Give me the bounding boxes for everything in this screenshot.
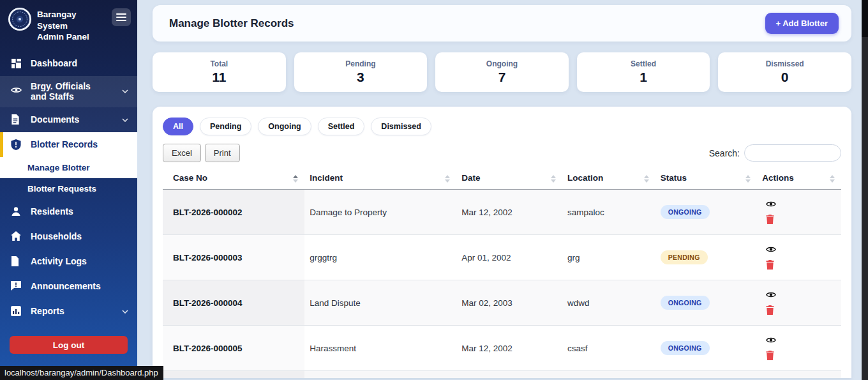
delete-button[interactable]: [766, 305, 774, 315]
main-content: Manage Blotter Records + Add Blotter Tot…: [137, 0, 868, 380]
view-button[interactable]: [766, 291, 776, 298]
filter-tab-dismissed[interactable]: Dismissed: [371, 118, 431, 135]
cell-case-no: BLT-2026-000004: [163, 280, 304, 326]
stat-card-ongoing: Ongoing 7: [435, 52, 569, 92]
cell-incident: Damage to Property: [304, 190, 456, 235]
column-header-location[interactable]: Location: [562, 168, 655, 190]
column-header-incident[interactable]: Incident: [304, 168, 456, 190]
sidebar-item-blotter-records[interactable]: Blotter Records: [0, 132, 137, 157]
stats-row: Total 11 Pending 3 Ongoing 7 Settled 1 D…: [153, 52, 851, 92]
cell-date: Mar 12, 2002: [456, 326, 562, 371]
stat-value: 1: [640, 70, 647, 85]
grid-icon: [11, 58, 22, 69]
eye-icon: [766, 201, 776, 208]
cell-date: Apr 01, 2002: [456, 235, 562, 280]
chevron-down-icon: [122, 89, 128, 93]
sidebar-subitem-manage-blotter[interactable]: Manage Blotter: [0, 157, 137, 178]
cell-incident: Land Dispute: [304, 280, 456, 326]
view-button[interactable]: [766, 201, 776, 208]
excel-export-button[interactable]: Excel: [163, 144, 201, 162]
search-label: Search:: [709, 148, 740, 158]
hamburger-menu-button[interactable]: [112, 8, 131, 26]
stat-label: Settled: [631, 59, 656, 68]
filter-tab-settled[interactable]: Settled: [318, 118, 365, 135]
filter-tab-pending[interactable]: Pending: [200, 118, 251, 135]
chat-icon: [11, 281, 22, 292]
app-title-line2: Admin Panel: [37, 31, 107, 43]
sidebar-item-documents[interactable]: Documents: [0, 107, 137, 132]
eye-icon: [766, 337, 776, 344]
stat-label: Ongoing: [486, 59, 518, 68]
blotter-table-card: All Pending Ongoing Settled Dismissed Ex…: [153, 107, 851, 378]
sidebar-item-brgy-officials[interactable]: Brgy. Officials and Staffs: [0, 76, 137, 108]
stat-value: 11: [212, 70, 226, 85]
column-header-case-no[interactable]: Case No: [163, 168, 304, 190]
eye-icon: [11, 86, 22, 97]
filter-tab-ongoing[interactable]: Ongoing: [258, 118, 311, 135]
filter-tab-all[interactable]: All: [163, 118, 193, 135]
sidebar-subitem-blotter-requests[interactable]: Blotter Requests: [0, 178, 137, 199]
stat-card-pending: Pending 3: [294, 52, 428, 92]
stat-label: Pending: [345, 59, 375, 68]
sidebar-item-announcements[interactable]: Announcements: [0, 274, 137, 299]
delete-button[interactable]: [766, 215, 774, 224]
sidebar-menu: Dashboard Brgy. Officials and Staffs Doc…: [0, 51, 137, 354]
cell-incident: Harassment: [304, 326, 456, 371]
sidebar-header: Barangay System Admin Panel: [0, 0, 137, 51]
cell-status: ONGOING: [655, 190, 757, 235]
app-title-line1: Barangay System: [37, 9, 107, 31]
status-badge: ONGOING: [661, 296, 710, 310]
person-icon: [11, 206, 22, 217]
stat-card-settled: Settled 1: [577, 52, 710, 92]
vertical-scrollbar[interactable]: [862, 0, 868, 380]
column-header-actions[interactable]: Actions: [757, 168, 841, 190]
shield-exclamation-icon: [11, 139, 22, 150]
table-tools: Excel Print Search:: [163, 144, 841, 162]
sidebar: Barangay System Admin Panel Dashboard Br…: [0, 0, 137, 380]
sort-icon: [551, 175, 556, 183]
stat-card-dismissed: Dismissed 0: [718, 52, 851, 92]
stat-label: Total: [210, 59, 228, 68]
logout-button[interactable]: Log out: [10, 336, 128, 354]
delete-button[interactable]: [766, 260, 774, 270]
document-icon: [11, 114, 22, 125]
cell-case-no: BLT-2026-000002: [163, 190, 304, 235]
table-row: BLT-2026-000004 Land Dispute Mar 02, 200…: [163, 280, 841, 326]
barangay-seal-logo: [8, 7, 32, 31]
cell-location: wdwd: [562, 280, 655, 326]
sidebar-item-residents[interactable]: Residents: [0, 199, 137, 224]
sidebar-item-dashboard[interactable]: Dashboard: [0, 51, 137, 76]
sidebar-item-activity-logs[interactable]: Activity Logs: [0, 249, 137, 274]
sort-icon: [745, 175, 751, 183]
column-header-date[interactable]: Date: [456, 168, 562, 190]
sidebar-item-reports[interactable]: Reports: [0, 299, 137, 324]
add-blotter-button[interactable]: + Add Blotter: [765, 13, 839, 34]
print-button[interactable]: Print: [205, 144, 240, 162]
sort-icon: [830, 175, 835, 183]
table-row: BLT-2026-000005 Harassment Mar 12, 2002 …: [163, 326, 841, 371]
chevron-down-icon: [122, 310, 128, 314]
delete-button[interactable]: [766, 351, 774, 360]
cell-status: PENDING: [655, 235, 757, 280]
sidebar-item-households[interactable]: Households: [0, 224, 137, 249]
column-header-status[interactable]: Status: [655, 168, 757, 190]
stat-value: 0: [781, 70, 789, 85]
cell-date: Mar 12, 2002: [456, 190, 562, 235]
search-input[interactable]: [744, 144, 841, 162]
view-button[interactable]: [766, 246, 776, 253]
export-buttons: Excel Print: [163, 144, 240, 162]
sort-icon: [445, 175, 450, 183]
trash-icon: [766, 215, 774, 224]
cell-date: Mar 02, 2003: [456, 280, 562, 326]
stat-value: 3: [357, 70, 364, 85]
cell-location: sampaloc: [562, 190, 655, 235]
table-header-row: Case No Incident Date Location: [163, 168, 841, 190]
scrollbar-thumb[interactable]: [862, 0, 868, 37]
home-icon: [11, 231, 22, 242]
sort-icon: [293, 175, 298, 183]
browser-status-bar: localhost/barangay/admin/Dashboard.php: [0, 366, 163, 380]
view-button[interactable]: [766, 337, 776, 344]
cell-status: ONGOING: [655, 326, 757, 371]
sort-icon: [644, 175, 649, 183]
trash-icon: [766, 260, 774, 270]
